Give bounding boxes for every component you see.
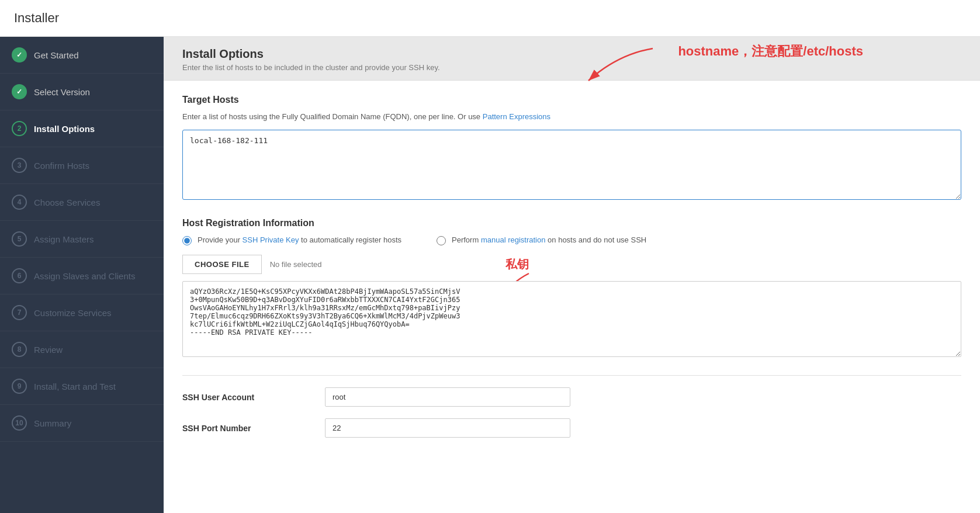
ssh-private-key-link[interactable]: SSH Private Key [243, 235, 299, 244]
step-icon-install-start: 9 [12, 379, 27, 394]
manual-registration-link[interactable]: manual registration [481, 235, 546, 244]
step-icon-choose-services: 4 [12, 195, 27, 210]
hosts-textarea[interactable] [182, 130, 961, 200]
app-title: Installer [0, 0, 980, 37]
no-file-label: No file selected [270, 260, 322, 269]
sidebar-label-confirm-hosts: Confirm Hosts [34, 161, 89, 171]
choose-file-button[interactable]: CHOOSE FILE [182, 255, 262, 274]
sidebar-item-install-options[interactable]: 2 Install Options [0, 110, 164, 147]
radio-ssh-key-label: Provide your SSH Private Key to automati… [198, 234, 401, 246]
ssh-port-input[interactable] [325, 418, 570, 438]
radio-manual-label: Perform manual registration on hosts and… [452, 234, 646, 246]
main-content: Install Options Enter the list of hosts … [164, 37, 980, 513]
target-hosts-section: Target Hosts Enter a list of hosts using… [182, 95, 961, 202]
step-icon-select-version: ✓ [12, 84, 27, 99]
radio-ssh-key[interactable]: Provide your SSH Private Key to automati… [182, 234, 401, 246]
step-icon-customize-services: 7 [12, 305, 27, 320]
step-icon-summary: 10 [12, 415, 27, 431]
sidebar-item-install-start[interactable]: 9 Install, Start and Test [0, 368, 164, 405]
sidebar-label-install-start: Install, Start and Test [34, 382, 116, 391]
ssh-key-textarea[interactable] [182, 281, 961, 357]
pattern-expressions-link[interactable]: Pattern Expressions [483, 112, 550, 121]
registration-radio-group: Provide your SSH Private Key to automati… [182, 234, 961, 246]
step-icon-confirm-hosts: 3 [12, 158, 27, 173]
sidebar-item-assign-slaves[interactable]: 6 Assign Slaves and Clients [0, 258, 164, 294]
sidebar-item-choose-services[interactable]: 4 Choose Services [0, 184, 164, 221]
sidebar-label-assign-masters: Assign Masters [34, 234, 94, 244]
ssh-user-input[interactable] [325, 387, 570, 407]
sidebar-item-summary[interactable]: 10 Summary [0, 405, 164, 442]
radio-manual[interactable]: Perform manual registration on hosts and… [437, 234, 646, 246]
ssh-user-row: SSH User Account [182, 387, 961, 407]
radio-ssh-key-input[interactable] [182, 236, 192, 245]
ssh-port-row: SSH Port Number [182, 418, 961, 438]
file-upload-row: CHOOSE FILE No file selected 私钥 [182, 255, 961, 274]
target-hosts-desc: Enter a list of hosts using the Fully Qu… [182, 111, 961, 123]
sidebar-item-select-version[interactable]: ✓ Select Version [0, 74, 164, 110]
radio-manual-input[interactable] [437, 236, 446, 245]
step-icon-assign-masters: 5 [12, 231, 27, 247]
sidebar-label-review: Review [34, 345, 63, 355]
page-header: Install Options Enter the list of hosts … [164, 37, 980, 81]
sidebar-item-assign-masters[interactable]: 5 Assign Masters [0, 221, 164, 258]
target-hosts-title: Target Hosts [182, 95, 961, 105]
host-registration-section: Host Registration Information Provide yo… [182, 218, 961, 359]
sidebar-label-get-started: Get Started [34, 50, 79, 60]
step-icon-get-started: ✓ [12, 47, 27, 63]
sidebar-label-install-options: Install Options [34, 124, 95, 134]
ssh-port-label: SSH Port Number [182, 424, 311, 433]
hostname-annotation: hostname，注意配置/etc/hosts [678, 43, 863, 60]
sidebar-item-customize-services[interactable]: 7 Customize Services [0, 294, 164, 331]
sidebar-label-summary: Summary [34, 418, 71, 428]
host-registration-title: Host Registration Information [182, 218, 961, 228]
section-divider [182, 375, 961, 376]
sidebar-label-assign-slaves: Assign Slaves and Clients [34, 271, 135, 281]
page-body: Target Hosts Enter a list of hosts using… [164, 81, 980, 513]
ssh-key-wrapper [182, 281, 961, 359]
step-icon-assign-slaves: 6 [12, 268, 27, 283]
sidebar-label-customize-services: Customize Services [34, 308, 112, 318]
sidebar-item-review[interactable]: 8 Review [0, 331, 164, 368]
sidebar-label-choose-services: Choose Services [34, 197, 100, 207]
sidebar-item-get-started[interactable]: ✓ Get Started [0, 37, 164, 74]
sidebar: ✓ Get Started ✓ Select Version 2 Install… [0, 37, 164, 513]
sidebar-item-confirm-hosts[interactable]: 3 Confirm Hosts [0, 147, 164, 184]
step-icon-review: 8 [12, 342, 27, 357]
ssh-user-label: SSH User Account [182, 393, 311, 402]
sidebar-label-select-version: Select Version [34, 87, 90, 97]
private-key-annotation: 私钥 [505, 258, 529, 271]
page-description: Enter the list of hosts to be included i… [182, 63, 961, 72]
step-icon-install-options: 2 [12, 121, 27, 136]
